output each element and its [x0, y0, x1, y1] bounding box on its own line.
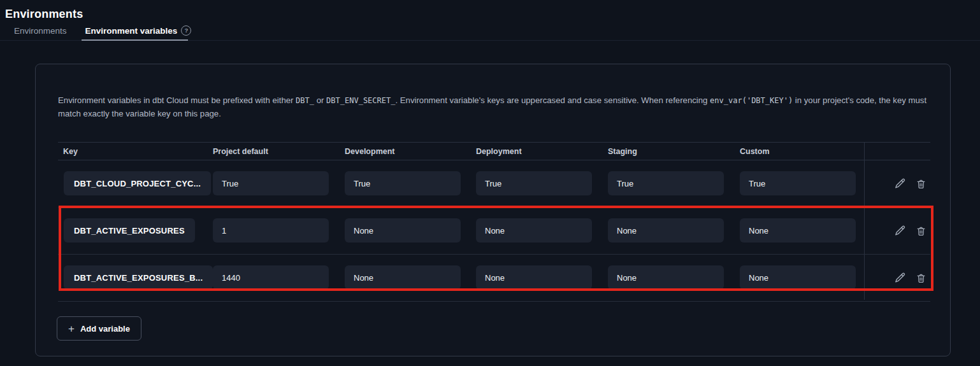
column-header-deployment: Deployment [476, 147, 522, 156]
column-header-custom: Custom [740, 147, 770, 156]
pencil-icon [894, 225, 906, 237]
add-variable-button[interactable]: + Add variable [57, 316, 141, 341]
edit-variable-button[interactable] [894, 272, 906, 284]
delete-variable-button[interactable] [916, 178, 926, 190]
column-header-key: Key [63, 147, 78, 156]
development-value-field: None [345, 265, 461, 290]
project-default-value-field: True [213, 171, 329, 195]
column-header-staging: Staging [608, 147, 637, 156]
table-row: DBT_ACTIVE_EXPOSURES 1 None None None No… [58, 208, 930, 255]
description-plain: . Environment variable's keys are upperc… [395, 95, 710, 105]
code-dbt-prefix: DBT_ [296, 96, 314, 105]
deployment-value-field: True [476, 171, 592, 195]
variable-key-field: DBT_ACTIVE_EXPOSURES_B... [64, 265, 213, 290]
variable-key-field: DBT_ACTIVE_EXPOSURES [64, 218, 195, 243]
deployment-value-field: None [476, 265, 592, 290]
staging-value-field: None [608, 218, 724, 243]
tab-bar: Environments Environment variables ? [14, 25, 191, 39]
edit-variable-button[interactable] [894, 225, 906, 237]
trash-icon [916, 225, 926, 237]
deployment-value-field: None [476, 218, 592, 243]
page-title: Environments [5, 8, 83, 21]
staging-value-field: True [608, 171, 724, 195]
row-actions [877, 160, 943, 207]
environment-variables-card: Environment variables in dbt Cloud must … [35, 64, 951, 356]
table-row: DBT_ACTIVE_EXPOSURES_B... 1440 None None… [58, 255, 930, 302]
pencil-icon [894, 178, 906, 190]
trash-icon [916, 272, 926, 284]
variable-key-field: DBT_CLOUD_PROJECT_CYC... [64, 171, 211, 195]
table-header-row: Key Project default Development Deployme… [58, 142, 930, 160]
code-env-var-call: env_var('DBT_KEY') [710, 96, 793, 105]
tab-environment-variables[interactable]: Environment variables ? [85, 25, 192, 39]
edit-variable-button[interactable] [894, 178, 906, 190]
project-default-value-field: 1440 [213, 265, 329, 290]
custom-value-field: None [740, 218, 856, 243]
description-plain: or [314, 95, 326, 105]
tab-environments[interactable]: Environments [14, 26, 67, 39]
row-actions [877, 255, 943, 301]
custom-value-field: None [740, 265, 856, 290]
delete-variable-button[interactable] [916, 272, 926, 284]
help-icon[interactable]: ? [181, 25, 191, 36]
column-header-project-default: Project default [213, 147, 268, 156]
delete-variable-button[interactable] [916, 225, 926, 237]
development-value-field: None [345, 218, 461, 243]
variables-table: Key Project default Development Deployme… [58, 142, 930, 300]
trash-icon [916, 178, 926, 190]
add-variable-label: Add variable [80, 324, 130, 334]
custom-value-field: True [740, 171, 856, 195]
table-row: DBT_CLOUD_PROJECT_CYC... True True True … [58, 160, 930, 208]
active-tab-underline [82, 39, 188, 41]
column-header-development: Development [345, 147, 395, 156]
project-default-value-field: 1 [213, 218, 329, 243]
description-text: Environment variables in dbt Cloud must … [58, 94, 932, 120]
staging-value-field: None [608, 265, 724, 290]
plus-icon: + [68, 323, 75, 334]
code-dbt-env-secret-prefix: DBT_ENV_SECRET_ [326, 96, 395, 105]
tab-environment-variables-label: Environment variables [85, 26, 178, 36]
development-value-field: True [345, 171, 461, 195]
pencil-icon [894, 272, 906, 284]
row-actions [877, 208, 943, 254]
actions-column-divider [864, 142, 865, 300]
description-plain: Environment variables in dbt Cloud must … [58, 95, 296, 105]
